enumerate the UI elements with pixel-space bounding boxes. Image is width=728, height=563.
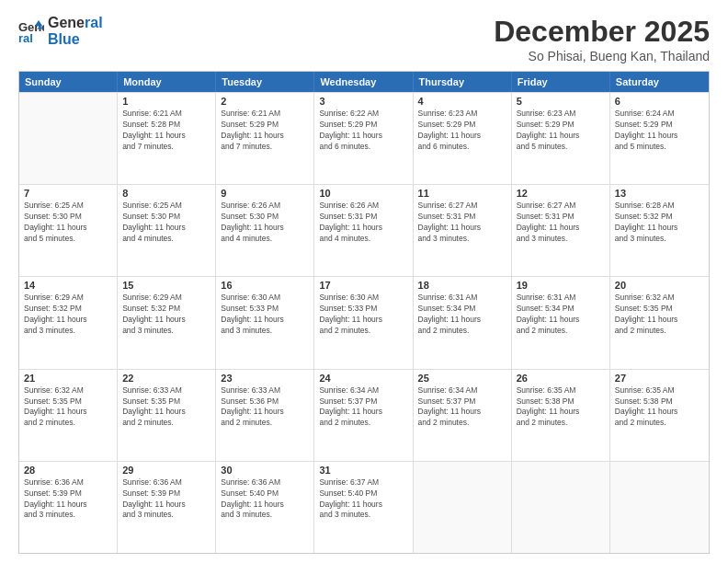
cal-cell bbox=[610, 462, 709, 553]
day-info: Sunrise: 6:27 AM Sunset: 5:31 PM Dayligh… bbox=[418, 201, 506, 245]
day-info: Sunrise: 6:27 AM Sunset: 5:31 PM Dayligh… bbox=[517, 201, 605, 245]
day-number: 23 bbox=[221, 373, 309, 384]
day-number: 17 bbox=[319, 280, 407, 291]
day-info: Sunrise: 6:23 AM Sunset: 5:29 PM Dayligh… bbox=[517, 109, 605, 153]
day-number: 9 bbox=[221, 188, 309, 199]
day-number: 15 bbox=[122, 280, 210, 291]
svg-text:ral: ral bbox=[18, 31, 33, 44]
day-number: 12 bbox=[517, 188, 605, 199]
day-info: Sunrise: 6:29 AM Sunset: 5:32 PM Dayligh… bbox=[24, 293, 112, 337]
cal-cell bbox=[414, 462, 512, 553]
day-number: 22 bbox=[122, 373, 210, 384]
day-number: 24 bbox=[319, 373, 407, 384]
calendar: SundayMondayTuesdayWednesdayThursdayFrid… bbox=[18, 71, 710, 554]
header-day-monday: Monday bbox=[118, 72, 216, 92]
header: Gene ral General Blue December 2025 So P… bbox=[18, 15, 710, 63]
cal-cell: 1Sunrise: 6:21 AM Sunset: 5:28 PM Daylig… bbox=[118, 93, 216, 184]
header-day-saturday: Saturday bbox=[610, 72, 709, 92]
day-number: 29 bbox=[122, 465, 210, 476]
day-info: Sunrise: 6:34 AM Sunset: 5:37 PM Dayligh… bbox=[319, 385, 407, 430]
cal-cell: 2Sunrise: 6:21 AM Sunset: 5:29 PM Daylig… bbox=[216, 93, 314, 184]
cal-cell: 11Sunrise: 6:27 AM Sunset: 5:31 PM Dayli… bbox=[414, 185, 512, 276]
title-area: December 2025 So Phisai, Bueng Kan, Thai… bbox=[494, 15, 710, 63]
day-info: Sunrise: 6:36 AM Sunset: 5:39 PM Dayligh… bbox=[122, 477, 210, 522]
cal-cell: 23Sunrise: 6:33 AM Sunset: 5:36 PM Dayli… bbox=[216, 370, 314, 461]
cal-cell: 22Sunrise: 6:33 AM Sunset: 5:35 PM Dayli… bbox=[118, 370, 216, 461]
day-number: 13 bbox=[615, 188, 704, 199]
cal-cell: 28Sunrise: 6:36 AM Sunset: 5:39 PM Dayli… bbox=[19, 462, 118, 553]
calendar-row-2: 14Sunrise: 6:29 AM Sunset: 5:32 PM Dayli… bbox=[19, 276, 709, 368]
day-info: Sunrise: 6:31 AM Sunset: 5:34 PM Dayligh… bbox=[418, 293, 506, 337]
day-number: 14 bbox=[24, 280, 112, 291]
calendar-row-4: 28Sunrise: 6:36 AM Sunset: 5:39 PM Dayli… bbox=[19, 461, 709, 553]
month-title: December 2025 bbox=[494, 15, 710, 49]
cal-cell: 19Sunrise: 6:31 AM Sunset: 5:34 PM Dayli… bbox=[512, 277, 610, 368]
day-number: 7 bbox=[24, 188, 112, 199]
day-info: Sunrise: 6:25 AM Sunset: 5:30 PM Dayligh… bbox=[122, 201, 210, 245]
cal-cell: 25Sunrise: 6:34 AM Sunset: 5:37 PM Dayli… bbox=[414, 370, 512, 461]
logo-text-line2: Blue bbox=[48, 31, 103, 48]
day-number: 31 bbox=[319, 465, 407, 476]
header-day-wednesday: Wednesday bbox=[314, 72, 413, 92]
day-info: Sunrise: 6:35 AM Sunset: 5:38 PM Dayligh… bbox=[517, 385, 605, 430]
day-info: Sunrise: 6:36 AM Sunset: 5:40 PM Dayligh… bbox=[221, 477, 309, 522]
day-number: 25 bbox=[418, 373, 506, 384]
calendar-row-3: 21Sunrise: 6:32 AM Sunset: 5:35 PM Dayli… bbox=[19, 369, 709, 461]
cal-cell bbox=[512, 462, 610, 553]
day-info: Sunrise: 6:24 AM Sunset: 5:29 PM Dayligh… bbox=[615, 109, 704, 153]
calendar-body: 1Sunrise: 6:21 AM Sunset: 5:28 PM Daylig… bbox=[19, 92, 709, 553]
day-info: Sunrise: 6:30 AM Sunset: 5:33 PM Dayligh… bbox=[319, 293, 407, 337]
day-number: 19 bbox=[517, 280, 605, 291]
day-info: Sunrise: 6:34 AM Sunset: 5:37 PM Dayligh… bbox=[418, 385, 506, 430]
header-day-sunday: Sunday bbox=[19, 72, 118, 92]
logo-text-line1: General bbox=[48, 15, 103, 31]
cal-cell: 6Sunrise: 6:24 AM Sunset: 5:29 PM Daylig… bbox=[610, 93, 709, 184]
cal-cell: 5Sunrise: 6:23 AM Sunset: 5:29 PM Daylig… bbox=[512, 93, 610, 184]
cal-cell: 30Sunrise: 6:36 AM Sunset: 5:40 PM Dayli… bbox=[216, 462, 314, 553]
day-info: Sunrise: 6:31 AM Sunset: 5:34 PM Dayligh… bbox=[517, 293, 605, 337]
cal-cell: 9Sunrise: 6:26 AM Sunset: 5:30 PM Daylig… bbox=[216, 185, 314, 276]
day-info: Sunrise: 6:21 AM Sunset: 5:29 PM Dayligh… bbox=[221, 109, 309, 153]
calendar-page: Gene ral General Blue December 2025 So P… bbox=[0, 0, 728, 563]
day-info: Sunrise: 6:33 AM Sunset: 5:36 PM Dayligh… bbox=[221, 385, 309, 430]
day-number: 26 bbox=[517, 373, 605, 384]
cal-cell: 21Sunrise: 6:32 AM Sunset: 5:35 PM Dayli… bbox=[19, 370, 118, 461]
calendar-row-0: 1Sunrise: 6:21 AM Sunset: 5:28 PM Daylig… bbox=[19, 92, 709, 184]
cal-cell: 10Sunrise: 6:26 AM Sunset: 5:31 PM Dayli… bbox=[314, 185, 413, 276]
calendar-row-1: 7Sunrise: 6:25 AM Sunset: 5:30 PM Daylig… bbox=[19, 184, 709, 276]
day-number: 8 bbox=[122, 188, 210, 199]
day-info: Sunrise: 6:33 AM Sunset: 5:35 PM Dayligh… bbox=[122, 385, 210, 430]
cal-cell: 26Sunrise: 6:35 AM Sunset: 5:38 PM Dayli… bbox=[512, 370, 610, 461]
day-number: 4 bbox=[418, 96, 506, 107]
day-number: 3 bbox=[319, 96, 407, 107]
cal-cell: 24Sunrise: 6:34 AM Sunset: 5:37 PM Dayli… bbox=[314, 370, 413, 461]
day-info: Sunrise: 6:26 AM Sunset: 5:30 PM Dayligh… bbox=[221, 201, 309, 245]
header-day-friday: Friday bbox=[512, 72, 610, 92]
day-info: Sunrise: 6:30 AM Sunset: 5:33 PM Dayligh… bbox=[221, 293, 309, 337]
day-number: 28 bbox=[24, 465, 112, 476]
day-info: Sunrise: 6:26 AM Sunset: 5:31 PM Dayligh… bbox=[319, 201, 407, 245]
header-day-tuesday: Tuesday bbox=[216, 72, 314, 92]
day-number: 10 bbox=[319, 188, 407, 199]
day-number: 5 bbox=[517, 96, 605, 107]
day-number: 18 bbox=[418, 280, 506, 291]
day-number: 2 bbox=[221, 96, 309, 107]
day-number: 16 bbox=[221, 280, 309, 291]
cal-cell: 14Sunrise: 6:29 AM Sunset: 5:32 PM Dayli… bbox=[19, 277, 118, 368]
cal-cell: 8Sunrise: 6:25 AM Sunset: 5:30 PM Daylig… bbox=[118, 185, 216, 276]
logo: Gene ral General Blue bbox=[18, 15, 103, 47]
day-info: Sunrise: 6:36 AM Sunset: 5:39 PM Dayligh… bbox=[24, 477, 112, 522]
cal-cell: 27Sunrise: 6:35 AM Sunset: 5:38 PM Dayli… bbox=[610, 370, 709, 461]
cal-cell bbox=[19, 93, 118, 184]
day-number: 6 bbox=[615, 96, 704, 107]
cal-cell: 4Sunrise: 6:23 AM Sunset: 5:29 PM Daylig… bbox=[414, 93, 512, 184]
calendar-header: SundayMondayTuesdayWednesdayThursdayFrid… bbox=[19, 72, 709, 92]
day-info: Sunrise: 6:28 AM Sunset: 5:32 PM Dayligh… bbox=[615, 201, 704, 245]
day-number: 27 bbox=[615, 373, 704, 384]
cal-cell: 31Sunrise: 6:37 AM Sunset: 5:40 PM Dayli… bbox=[314, 462, 413, 553]
cal-cell: 18Sunrise: 6:31 AM Sunset: 5:34 PM Dayli… bbox=[414, 277, 512, 368]
cal-cell: 29Sunrise: 6:36 AM Sunset: 5:39 PM Dayli… bbox=[118, 462, 216, 553]
day-info: Sunrise: 6:21 AM Sunset: 5:28 PM Dayligh… bbox=[122, 109, 210, 153]
location-subtitle: So Phisai, Bueng Kan, Thailand bbox=[494, 49, 710, 63]
day-info: Sunrise: 6:23 AM Sunset: 5:29 PM Dayligh… bbox=[418, 109, 506, 153]
